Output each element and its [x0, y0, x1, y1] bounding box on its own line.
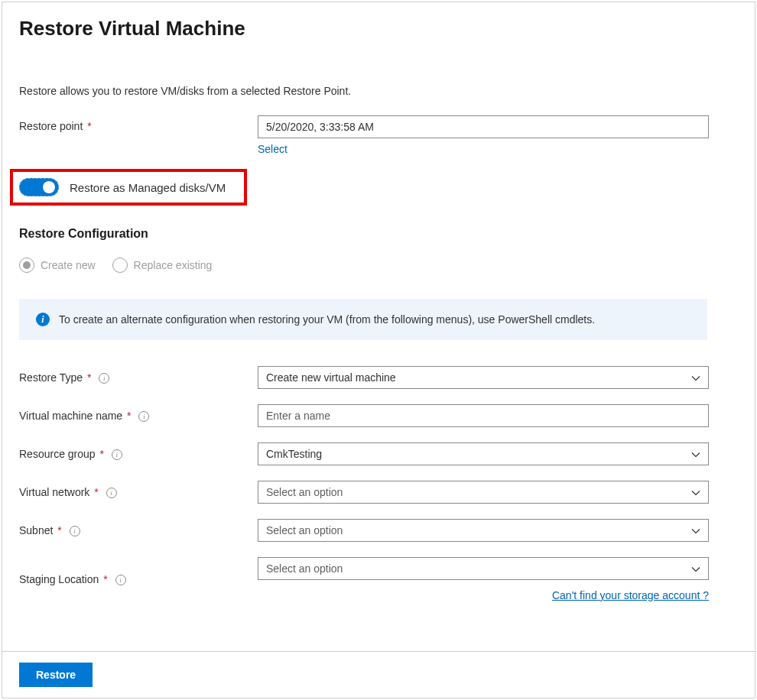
restore-type-label: Restore Type * i — [19, 371, 258, 384]
info-banner-text: To create an alternate configuration whe… — [59, 313, 595, 326]
find-storage-account-link[interactable]: Can't find your storage account ? — [552, 589, 709, 601]
radio-icon — [112, 258, 128, 273]
chevron-down-icon — [691, 564, 700, 573]
staging-location-row: Staging Location * i Select an option Ca… — [19, 557, 738, 601]
info-banner: i To create an alternate configuration w… — [19, 299, 707, 340]
managed-disks-toggle-label: Restore as Managed disks/VM — [70, 181, 226, 194]
resource-group-select[interactable]: CmkTesting — [258, 442, 709, 465]
info-tooltip-icon[interactable]: i — [70, 526, 80, 536]
managed-disks-toggle[interactable] — [19, 178, 59, 196]
panel-footer: Restore — [2, 651, 755, 698]
subnet-select[interactable]: Select an option — [258, 519, 709, 542]
chevron-down-icon — [691, 449, 700, 459]
managed-disks-toggle-highlight: Restore as Managed disks/VM — [10, 169, 247, 206]
restore-point-input[interactable] — [258, 115, 709, 138]
info-tooltip-icon[interactable]: i — [138, 411, 149, 422]
restore-config-heading: Restore Configuration — [19, 227, 738, 241]
restore-type-select[interactable]: Create new virtual machine — [258, 366, 709, 389]
radio-create-new-label: Create new — [41, 259, 96, 271]
subnet-label: Subnet * i — [19, 524, 258, 536]
restore-vm-panel: Restore Virtual Machine Restore allows y… — [2, 2, 755, 698]
staging-location-label: Staging Location * i — [19, 573, 258, 585]
vm-name-label: Virtual machine name * i — [19, 410, 258, 422]
chevron-down-icon — [691, 526, 700, 535]
info-tooltip-icon[interactable]: i — [112, 449, 122, 460]
required-asterisk: * — [84, 120, 91, 132]
vm-name-input[interactable] — [258, 404, 709, 427]
virtual-network-label: Virtual network * i — [19, 486, 258, 498]
page-description: Restore allows you to restore VM/disks f… — [19, 85, 738, 97]
toggle-thumb — [43, 181, 55, 193]
chevron-down-icon — [691, 373, 700, 382]
info-tooltip-icon[interactable]: i — [106, 488, 117, 498]
radio-replace-existing[interactable]: Replace existing — [112, 258, 213, 273]
virtual-network-row: Virtual network * i Select an option — [19, 481, 738, 504]
resource-group-label: Resource group * i — [19, 448, 258, 460]
restore-point-label: Restore point * — [19, 115, 258, 132]
restore-point-row: Restore point * Select — [19, 115, 738, 155]
page-title: Restore Virtual Machine — [19, 17, 738, 41]
info-tooltip-icon[interactable]: i — [99, 373, 109, 384]
resource-group-row: Resource group * i CmkTesting — [19, 442, 738, 465]
info-tooltip-icon[interactable]: i — [115, 575, 126, 585]
restore-button[interactable]: Restore — [19, 663, 93, 687]
restore-type-row: Restore Type * i Create new virtual mach… — [19, 366, 738, 389]
radio-icon — [19, 258, 34, 273]
staging-location-select[interactable]: Select an option — [258, 557, 709, 580]
chevron-down-icon — [691, 488, 700, 497]
radio-replace-existing-label: Replace existing — [134, 259, 213, 271]
select-restore-point-link[interactable]: Select — [258, 143, 288, 155]
radio-create-new[interactable]: Create new — [19, 258, 96, 273]
vm-name-row: Virtual machine name * i — [19, 404, 738, 427]
subnet-row: Subnet * i Select an option — [19, 519, 738, 542]
virtual-network-select[interactable]: Select an option — [258, 481, 709, 504]
info-icon: i — [36, 313, 50, 326]
restore-config-radiogroup: Create new Replace existing — [19, 258, 738, 273]
